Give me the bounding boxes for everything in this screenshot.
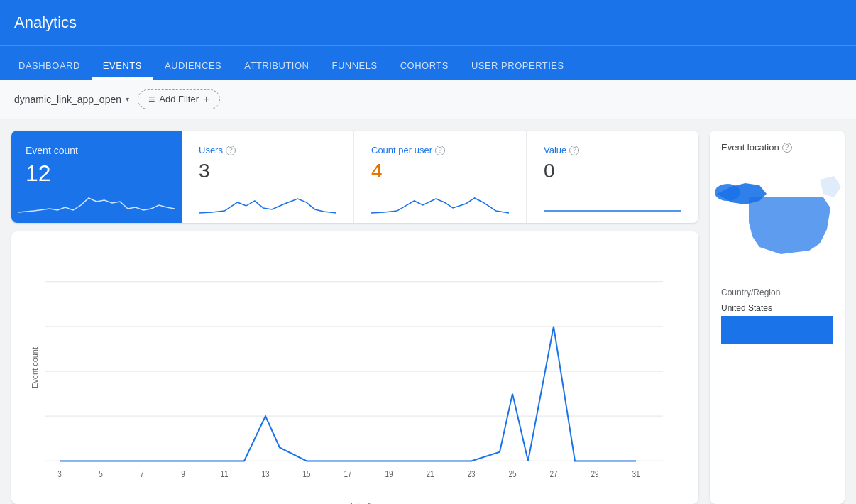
- users-value: 3: [199, 160, 336, 182]
- users-stat: Users ? 3: [182, 131, 354, 223]
- svg-text:11: 11: [220, 469, 228, 478]
- left-panel: Event count 12 Users ? 3: [11, 131, 698, 504]
- count-per-user-sparkline: [371, 188, 509, 217]
- x-axis-label: Jul - Aug: [45, 501, 684, 504]
- app-title: Analytics: [14, 13, 77, 32]
- main-content: Event count 12 Users ? 3: [0, 119, 856, 504]
- value-value: 0: [544, 160, 681, 182]
- top-bar: Analytics: [0, 0, 856, 45]
- users-info-icon[interactable]: ?: [226, 146, 236, 155]
- svg-text:27: 27: [549, 469, 557, 478]
- country-section: Country/Region United States: [710, 282, 845, 350]
- plus-icon: +: [203, 93, 209, 106]
- count-per-user-label: Count per user ?: [371, 145, 509, 155]
- svg-text:25: 25: [508, 469, 516, 478]
- event-count-sparkline: [18, 187, 175, 216]
- svg-point-26: [715, 184, 740, 201]
- svg-text:31: 31: [632, 469, 640, 478]
- filter-icon: ≡: [148, 93, 155, 106]
- event-count-label: Event count: [26, 145, 168, 156]
- svg-text:19: 19: [385, 469, 393, 478]
- nav-item-dashboard[interactable]: DASHBOARD: [7, 60, 92, 80]
- value-stat: Value ? 0: [527, 131, 698, 223]
- count-per-user-info-icon[interactable]: ?: [435, 146, 445, 155]
- svg-text:5: 5: [99, 469, 103, 478]
- event-dropdown[interactable]: dynamic_link_app_open ▾: [14, 94, 129, 105]
- map-area: [710, 158, 845, 282]
- event-count-value: 12: [26, 160, 168, 187]
- nav-item-events[interactable]: EVENTS: [92, 60, 153, 80]
- event-location-info-icon[interactable]: ?: [782, 143, 792, 153]
- filter-bar: dynamic_link_app_open ▾ ≡ Add Filter +: [0, 80, 856, 119]
- svg-text:15: 15: [302, 469, 310, 478]
- add-filter-label: Add Filter: [159, 94, 199, 104]
- svg-text:21: 21: [426, 469, 434, 478]
- nav-item-funnels[interactable]: FUNNELS: [320, 60, 388, 80]
- chevron-down-icon: ▾: [126, 95, 129, 103]
- svg-text:13: 13: [261, 469, 269, 478]
- right-panel-title: Event location ?: [710, 131, 845, 158]
- value-info-icon[interactable]: ?: [569, 146, 579, 155]
- svg-text:23: 23: [467, 469, 475, 478]
- nav-item-cohorts[interactable]: COHORTS: [389, 60, 460, 80]
- svg-text:7: 7: [140, 469, 144, 478]
- svg-text:17: 17: [344, 469, 351, 478]
- country-bar: [721, 316, 833, 344]
- country-row: United States: [721, 303, 833, 313]
- main-chart-card: 0 2 4 6 8 3 5 7 9 11 13 15 17 19 21 23 2…: [11, 231, 698, 504]
- value-label: Value ?: [544, 145, 681, 155]
- nav-bar: DASHBOARD EVENTS AUDIENCES ATTRIBUTION F…: [0, 45, 856, 80]
- svg-text:3: 3: [57, 469, 62, 478]
- right-panel: Event location ? Country/Region United S…: [710, 131, 845, 504]
- count-per-user-value: 4: [371, 160, 509, 182]
- y-axis-label: Event count: [31, 347, 39, 388]
- nav-item-user-properties[interactable]: USER PROPERTIES: [460, 60, 576, 80]
- add-filter-button[interactable]: ≡ Add Filter +: [138, 89, 220, 109]
- event-dropdown-value: dynamic_link_app_open: [14, 94, 121, 105]
- users-sparkline: [199, 188, 336, 217]
- nav-item-audiences[interactable]: AUDIENCES: [153, 60, 233, 80]
- main-chart: 0 2 4 6 8 3 5 7 9 11 13 15 17 19 21 23 2…: [45, 246, 684, 497]
- event-count-stat: Event count 12: [11, 131, 182, 223]
- nav-item-attribution[interactable]: ATTRIBUTION: [233, 60, 320, 80]
- svg-text:9: 9: [181, 469, 185, 478]
- country-name: United States: [721, 303, 772, 313]
- svg-text:29: 29: [591, 469, 598, 478]
- users-label: Users ?: [199, 145, 336, 155]
- count-per-user-stat: Count per user ? 4: [354, 131, 527, 223]
- map-svg: [710, 158, 845, 279]
- country-region-label: Country/Region: [721, 287, 833, 297]
- value-sparkline: [544, 188, 681, 217]
- stats-card: Event count 12 Users ? 3: [11, 131, 698, 223]
- stats-row: Event count 12 Users ? 3: [11, 131, 698, 223]
